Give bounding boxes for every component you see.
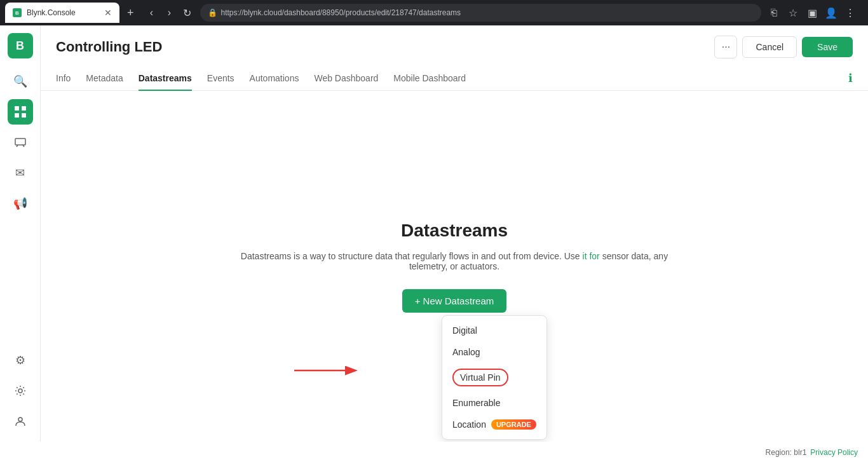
tab-favicon: B [13,8,22,17]
new-datastream-button[interactable]: + New Datastream [402,289,507,313]
dropdown-menu: Digital Analog Virtual Pin Enumerable Lo [442,315,547,440]
virtual-pin-label: Virtual Pin [452,369,508,386]
dropdown-digital[interactable]: Digital [442,320,546,341]
browser-tab[interactable]: B Blynk.Console ✕ [5,3,119,23]
browser-chrome: B Blynk.Console ✕ + ‹ › ↻ 🔒 https://blyn… [0,0,868,25]
share-icon[interactable]: ⎗ [766,5,782,20]
menu-icon[interactable]: ⋮ [843,5,858,20]
sidebar-bottom: ⚙ [8,348,33,434]
reload-button[interactable]: ↻ [180,5,195,20]
svg-rect-3 [22,113,26,118]
profile-icon[interactable]: 👤 [824,5,839,20]
sidebar: B 🔍 ✉ 📢 ⚙ [0,25,41,442]
sidebar-announce-icon[interactable]: 📢 [8,191,33,216]
dropdown-enumerable[interactable]: Enumerable [442,392,546,414]
svg-rect-1 [22,106,26,111]
sidebar-user-icon[interactable] [8,409,33,434]
url-text: https://blynk.cloud/dashboard/88950/prod… [221,8,461,17]
header-top: Controlling LED ··· Cancel Save [56,36,853,58]
back-button[interactable]: ‹ [144,5,159,20]
tab-close-button[interactable]: ✕ [104,8,112,18]
sidebar-gear-icon[interactable] [8,378,33,404]
header: Controlling LED ··· Cancel Save Info Met… [41,25,868,91]
forward-button[interactable]: › [162,5,177,20]
new-datastream-wrapper: + New Datastream Digital Analog Virtual … [402,289,507,313]
tab-title: Blynk.Console [27,8,99,17]
browser-nav: ‹ › ↻ [144,5,195,20]
tab-info-icon: ℹ [848,71,853,85]
datastreams-heading: Datastreams [401,221,508,241]
app-container: B 🔍 ✉ 📢 ⚙ Controlling LED ··· [0,25,868,442]
cancel-button[interactable]: Cancel [742,36,797,58]
arrow-indicator [288,359,364,382]
tab-automations[interactable]: Automations [250,67,299,91]
dropdown-analog[interactable]: Analog [442,341,546,363]
sidebar-devices-icon[interactable] [8,130,33,155]
lock-icon: 🔒 [208,8,217,17]
sidebar-products-icon[interactable] [8,99,33,125]
svg-rect-2 [15,113,19,118]
sidebar-send-icon[interactable]: ✉ [8,160,33,186]
sidebar-settings-icon[interactable]: ⚙ [8,348,33,373]
browser-actions: ⎗ ☆ ▣ 👤 ⋮ [766,5,858,20]
dropdown-location[interactable]: Location UPGRADE [442,414,546,435]
more-options-button[interactable]: ··· [714,36,737,58]
save-button[interactable]: Save [802,37,853,57]
svg-point-7 [18,389,22,393]
svg-rect-4 [15,139,25,145]
tab-metadata[interactable]: Metadata [86,67,123,91]
main-content: Controlling LED ··· Cancel Save Info Met… [41,25,868,442]
content-area: Datastreams Datastreams is a way to stru… [41,91,868,442]
desc-text-1: Datastreams is a way to structure data t… [241,251,583,261]
datastreams-description: Datastreams is a way to structure data t… [232,251,677,271]
svg-rect-0 [15,106,19,111]
page-title: Controlling LED [56,39,162,55]
tab-datastreams[interactable]: Datastreams [139,67,192,91]
bookmark-icon[interactable]: ☆ [785,5,801,20]
tab-web-dashboard[interactable]: Web Dashboard [314,67,378,91]
dropdown-virtual-pin[interactable]: Virtual Pin [442,363,546,392]
tabs-nav: Info Metadata Datastreams Events Automat… [56,66,853,90]
address-bar[interactable]: 🔒 https://blynk.cloud/dashboard/88950/pr… [200,4,761,22]
desc-link[interactable]: it for [583,251,600,261]
tab-mobile-dashboard[interactable]: Mobile Dashboard [393,67,466,91]
header-actions: ··· Cancel Save [714,36,853,58]
upgrade-badge: UPGRADE [491,419,536,430]
tab-events[interactable]: Events [207,67,234,91]
new-tab-button[interactable]: + [127,6,134,20]
svg-point-8 [18,418,22,421]
app-logo[interactable]: B [8,33,33,58]
sidebar-search-icon[interactable]: 🔍 [8,69,33,94]
tab-info[interactable]: Info [56,67,71,91]
sidebar-toggle-icon[interactable]: ▣ [804,5,820,20]
